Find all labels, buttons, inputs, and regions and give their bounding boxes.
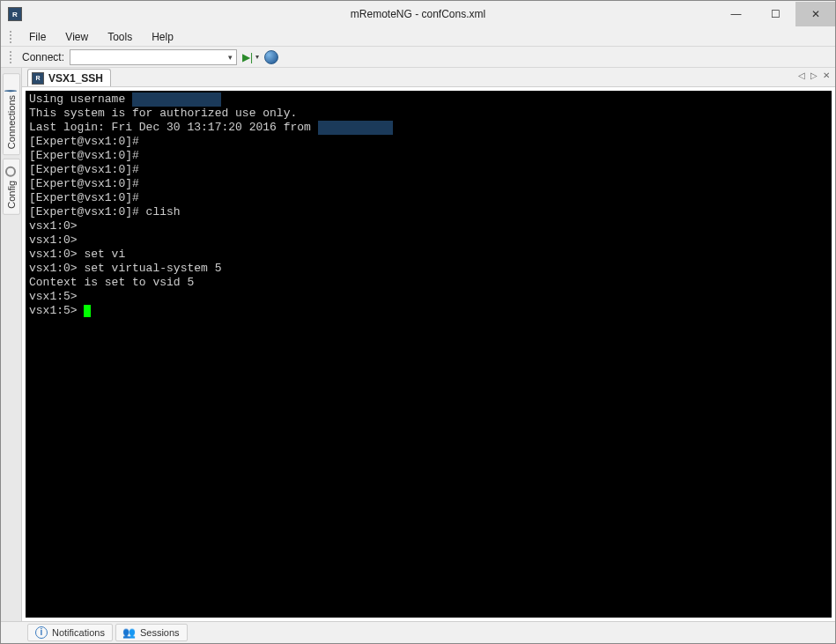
chevron-down-icon[interactable]: ▾ <box>255 53 259 61</box>
toolbar-grip-icon <box>10 31 13 43</box>
content-area: R VSX1_SSH ◁ ▷ ✕ Using username This sys… <box>22 68 835 621</box>
tab-nav: ◁ ▷ ✕ <box>796 70 832 80</box>
menu-tools[interactable]: Tools <box>99 29 141 45</box>
session-tab[interactable]: R VSX1_SSH <box>27 69 111 86</box>
redacted-text <box>132 93 221 107</box>
globe-icon <box>4 90 17 92</box>
menu-view[interactable]: View <box>56 29 97 45</box>
terminal-line: vsx1:5> <box>29 290 828 304</box>
bottom-tab-label: Sessions <box>140 627 180 638</box>
connect-toolbar: Connect: ▾ ▶| ▾ <box>1 47 835 68</box>
terminal-line: vsx1:5> <box>29 304 828 318</box>
maximize-button[interactable]: ☐ <box>756 2 795 26</box>
terminal-line: vsx1:0> <box>29 233 828 248</box>
redacted-text <box>318 121 394 135</box>
terminal-line: [Expert@vsx1:0]# <box>29 135 828 149</box>
window-controls: — ☐ ✕ <box>716 2 835 26</box>
menu-help[interactable]: Help <box>143 29 182 45</box>
titlebar: R mRemoteNG - confCons.xml — ☐ ✕ <box>1 1 835 27</box>
minimize-button[interactable]: — <box>716 2 756 26</box>
close-button[interactable]: ✕ <box>795 2 835 26</box>
info-icon: i <box>35 626 48 639</box>
terminal-line: vsx1:0> set virtual-system 5 <box>29 262 828 276</box>
bottom-tab-sessions[interactable]: 👥 Sessions <box>115 624 188 641</box>
toolbar-grip-icon <box>10 51 13 63</box>
tab-strip: R VSX1_SSH ◁ ▷ ✕ <box>22 68 835 87</box>
session-tab-label: VSX1_SSH <box>48 72 103 85</box>
terminal-line: [Expert@vsx1:0]# <box>29 177 828 191</box>
terminal-line: vsx1:0> set vi <box>29 248 828 262</box>
connect-host-combo[interactable]: ▾ <box>70 49 237 65</box>
cursor-icon <box>84 305 91 317</box>
app-icon: R <box>8 7 22 21</box>
tab-next-icon[interactable]: ▷ <box>809 70 819 80</box>
terminal-line: Context is set to vsid 5 <box>29 276 828 290</box>
bottom-tab-label: Notifications <box>52 627 105 638</box>
session-tab-icon: R <box>32 72 44 85</box>
connect-label: Connect: <box>22 51 64 63</box>
bottom-tab-notifications[interactable]: i Notifications <box>27 624 113 641</box>
tab-close-icon[interactable]: ✕ <box>821 70 832 80</box>
menu-bar: File View Tools Help <box>1 27 835 47</box>
terminal-line: [Expert@vsx1:0]# <box>29 163 828 177</box>
terminal-line: [Expert@vsx1:0]# clish <box>29 205 828 219</box>
terminal-line: Using username <box>29 93 828 107</box>
connect-go-icon[interactable]: ▶| <box>242 51 253 63</box>
terminal[interactable]: Using username This system is for author… <box>26 91 832 618</box>
sidebar-tab-label: Connections <box>6 95 17 149</box>
terminal-line: Last login: Fri Dec 30 13:17:20 2016 fro… <box>29 121 828 135</box>
gear-icon <box>5 167 16 177</box>
sidebar-tab-label: Config <box>6 181 17 209</box>
window-title: mRemoteNG - confCons.xml <box>1 8 835 20</box>
user-group-icon: 👥 <box>123 626 136 639</box>
main-area: Connections Config R VSX1_SSH ◁ ▷ ✕ Usin… <box>1 68 835 621</box>
sidebar-tab-config[interactable]: Config <box>3 159 20 215</box>
bottom-tabs: i Notifications 👥 Sessions <box>1 621 835 642</box>
globe-icon[interactable] <box>264 50 278 64</box>
terminal-line: vsx1:0> <box>29 219 828 233</box>
sidebar-tab-connections[interactable]: Connections <box>3 73 20 155</box>
terminal-line: [Expert@vsx1:0]# <box>29 191 828 205</box>
terminal-line: [Expert@vsx1:0]# <box>29 149 828 163</box>
sidebar: Connections Config <box>1 68 22 621</box>
tab-prev-icon[interactable]: ◁ <box>796 70 807 80</box>
terminal-line: This system is for authorized use only. <box>29 107 828 121</box>
chevron-down-icon: ▾ <box>224 50 236 64</box>
menu-file[interactable]: File <box>20 29 55 45</box>
